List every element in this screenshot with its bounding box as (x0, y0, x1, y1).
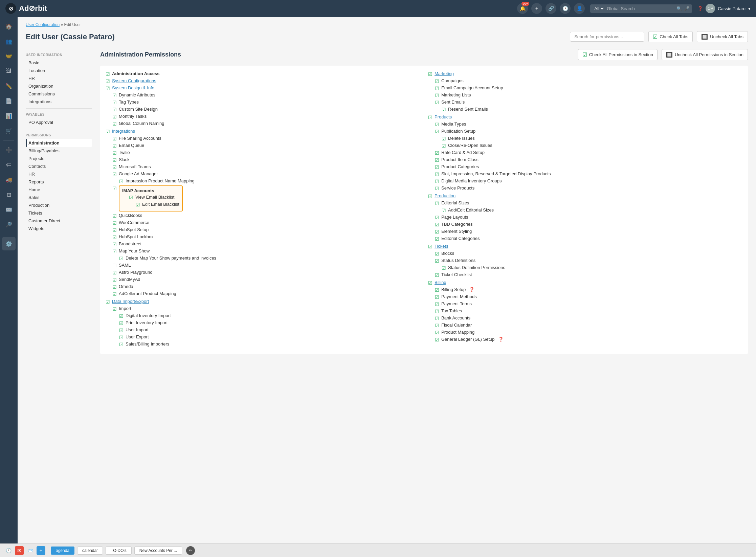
notifications-icon[interactable]: 🔔 99+ (517, 3, 528, 14)
perm-gl-setup-checkbox[interactable]: ☑ (435, 337, 439, 342)
user-menu[interactable]: CP Cassie Pataro ▾ (706, 4, 751, 13)
perm-user-import-checkbox[interactable]: ☑ (119, 328, 124, 333)
sidebar-tag-icon[interactable]: 🏷 (2, 158, 16, 172)
perm-omeda-checkbox[interactable]: ☑ (112, 284, 117, 290)
perm-user-export-checkbox[interactable]: ☑ (119, 335, 124, 340)
sidebar-truck-icon[interactable]: 🚚 (2, 173, 16, 186)
perm-product-item-checkbox[interactable]: ☑ (435, 157, 439, 163)
perm-view-blacklist-checkbox[interactable]: ☑ (129, 195, 133, 200)
nav-location[interactable]: Location (26, 67, 92, 74)
perm-woocommerce-checkbox[interactable]: ☑ (112, 220, 117, 226)
perm-campaigns-checkbox[interactable]: ☑ (435, 79, 439, 84)
perm-status-defs-checkbox[interactable]: ☑ (435, 258, 439, 264)
perm-email-campaign-checkbox[interactable]: ☑ (435, 86, 439, 91)
taskbar-plus-icon[interactable]: ＋ (37, 546, 45, 555)
perm-file-sharing-checkbox[interactable]: ☑ (112, 136, 117, 141)
perm-production-checkbox[interactable]: ☑ (428, 194, 432, 199)
perm-blocks-checkbox[interactable]: ☑ (435, 251, 439, 257)
perm-integrations-label[interactable]: Integrations (112, 129, 135, 134)
help-icon[interactable]: ❓ (697, 6, 703, 11)
taskbar-tab-new-accounts[interactable]: New Accounts Per ... (134, 547, 182, 555)
nav-production[interactable]: Production (26, 201, 92, 209)
nav-basic[interactable]: Basic (26, 59, 92, 67)
perm-monthly-tasks-checkbox[interactable]: ☑ (112, 114, 117, 119)
perm-sys-design-checkbox[interactable]: ☑ (106, 86, 110, 91)
taskbar-mail-icon[interactable]: ✉ (15, 546, 24, 555)
nav-commissions[interactable]: Commissions (26, 90, 92, 98)
check-all-section-button[interactable]: ☑ Check All Permissions in Section (578, 49, 658, 60)
perm-ticket-checklist-checkbox[interactable]: ☑ (435, 272, 439, 278)
perm-edit-blacklist-checkbox[interactable]: ☑ (136, 202, 140, 207)
nav-customer-direct[interactable]: Customer Direct (26, 217, 92, 225)
perm-bank-accounts-checkbox[interactable]: ☑ (435, 316, 439, 321)
nav-home[interactable]: Home (26, 186, 92, 194)
global-search-input[interactable] (607, 6, 674, 11)
perm-billing-label[interactable]: Billing (435, 280, 446, 285)
uncheck-all-tabs-button[interactable]: 🔲 Uncheck All Tabs (697, 31, 748, 42)
search-permissions-input[interactable] (570, 32, 644, 42)
perm-marketing-checkbox[interactable]: ☑ (428, 71, 432, 77)
user-icon[interactable]: 👤 (574, 3, 585, 14)
perm-google-ad-checkbox[interactable]: ☑ (112, 172, 117, 177)
sidebar-chart-icon[interactable]: 📊 (2, 109, 16, 122)
perm-ms-teams-checkbox[interactable]: ☑ (112, 164, 117, 170)
check-all-tabs-button[interactable]: ☑ Check All Tabs (648, 31, 693, 42)
perm-sendmyad-checkbox[interactable]: ☑ (112, 277, 117, 283)
nav-projects[interactable]: Projects (26, 155, 92, 162)
perm-broadstreet-checkbox[interactable]: ☑ (112, 242, 117, 247)
perm-product-map-checkbox[interactable]: ☑ (435, 330, 439, 335)
perm-impression-map-checkbox[interactable]: ☑ (119, 179, 124, 184)
nav-tickets[interactable]: Tickets (26, 209, 92, 217)
sidebar-plus-icon[interactable]: ➕ (2, 143, 16, 157)
search-magnifier-icon[interactable]: 🔍 (676, 6, 682, 11)
perm-hubspot-setup-checkbox[interactable]: ☑ (112, 227, 117, 233)
link-icon[interactable]: 🔗 (546, 3, 556, 14)
breadcrumb-link[interactable]: User Configuration (26, 22, 60, 27)
perm-adcellerant-checkbox[interactable]: ☑ (112, 291, 117, 297)
perm-astro-checkbox[interactable]: ☑ (112, 270, 117, 275)
perm-pub-setup-checkbox[interactable]: ☑ (435, 129, 439, 134)
taskbar-tab-agenda[interactable]: agenda (51, 547, 74, 555)
sidebar-handshake-icon[interactable]: 🤝 (2, 49, 16, 63)
perm-marketing-lists-checkbox[interactable]: ☑ (435, 93, 439, 98)
perm-products-label[interactable]: Products (435, 114, 452, 119)
perm-data-import-checkbox[interactable]: ☑ (106, 299, 110, 305)
perm-billing-setup-checkbox[interactable]: ☑ (435, 287, 439, 293)
gl-setup-help-icon[interactable]: ❓ (498, 337, 504, 342)
taskbar-envelope-icon[interactable]: 📨 (26, 546, 35, 555)
perm-dynamic-attr-checkbox[interactable]: ☑ (112, 93, 117, 98)
perm-sales-billing-checkbox[interactable]: ☑ (119, 342, 124, 347)
taskbar-edit-icon[interactable]: ✏ (186, 546, 195, 555)
perm-delete-issues-checkbox[interactable]: ☑ (442, 136, 446, 141)
perm-rate-card-checkbox[interactable]: ☑ (435, 150, 439, 156)
perm-status-def-perms-checkbox[interactable]: ☑ (442, 265, 446, 271)
sidebar-grid-icon[interactable]: ⊞ (2, 188, 16, 201)
perm-tag-types-checkbox[interactable]: ☑ (112, 100, 117, 105)
nav-widgets[interactable]: Widgets (26, 225, 92, 232)
perm-resend-emails-checkbox[interactable]: ☑ (442, 107, 446, 112)
perm-add-edit-sizes-checkbox[interactable]: ☑ (442, 208, 446, 213)
perm-sys-config-label[interactable]: System Configurations (112, 78, 156, 83)
sidebar-home-icon[interactable]: 🏠 (2, 20, 16, 33)
sidebar-document-icon[interactable]: 📄 (2, 94, 16, 108)
perm-global-col-checkbox[interactable]: ☑ (112, 121, 117, 127)
perm-fiscal-cal-checkbox[interactable]: ☑ (435, 323, 439, 328)
perm-import-checkbox[interactable]: ☑ (112, 306, 117, 312)
perm-saml-checkbox[interactable]: ☐ (112, 263, 117, 268)
nav-sales[interactable]: Sales (26, 194, 92, 201)
billing-setup-help-icon[interactable]: ❓ (469, 287, 474, 292)
nav-integrations[interactable]: Integrations (26, 98, 92, 106)
perm-payment-methods-checkbox[interactable]: ☑ (435, 294, 439, 300)
nav-administration[interactable]: Administration (26, 139, 92, 147)
search-scope-select[interactable]: All (593, 6, 605, 12)
perm-payment-terms-checkbox[interactable]: ☑ (435, 302, 439, 307)
perm-twilio-checkbox[interactable]: ☑ (112, 150, 117, 156)
perm-page-layouts-checkbox[interactable]: ☑ (435, 215, 439, 220)
perm-sent-emails-checkbox[interactable]: ☑ (435, 100, 439, 105)
perm-media-types-checkbox[interactable]: ☑ (435, 122, 439, 127)
perm-tickets-label[interactable]: Tickets (435, 244, 448, 249)
perm-sys-config-checkbox[interactable]: ☑ (106, 79, 110, 84)
nav-po-approval[interactable]: PO Approval (26, 118, 92, 126)
nav-reports[interactable]: Reports (26, 178, 92, 186)
perm-elem-styling-checkbox[interactable]: ☑ (435, 229, 439, 235)
